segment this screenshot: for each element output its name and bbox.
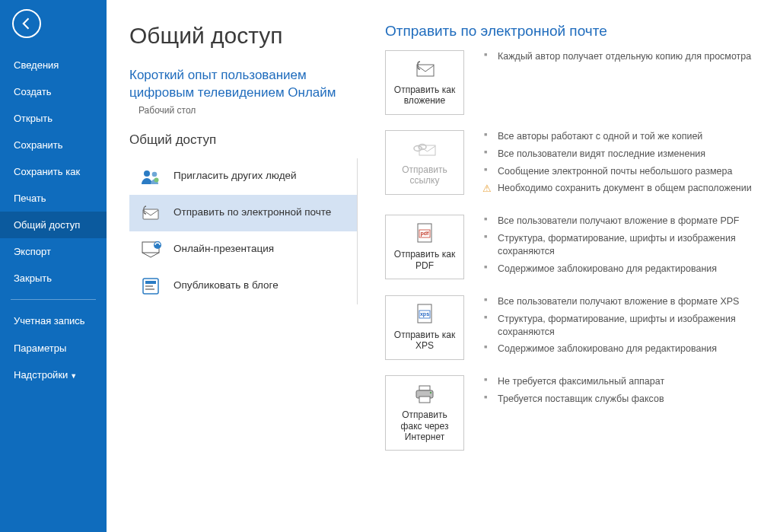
- send-xps-bullets: Все пользователи получают вложение в фор…: [484, 295, 772, 361]
- arrow-left-icon: [19, 16, 34, 31]
- xps-icon: xps: [414, 304, 435, 325]
- share-blog-label: Опубликовать в блоге: [174, 279, 279, 292]
- share-options-list: Пригласить других людей Отправить по эле…: [129, 158, 358, 304]
- pdf-icon: pdf: [414, 223, 435, 244]
- email-options-column: Отправить по электронной почте Отправить…: [358, 23, 780, 532]
- option-send-pdf-row: pdf Отправить как PDF Все пользователи п…: [385, 215, 772, 280]
- svg-point-2: [154, 177, 159, 182]
- presentation-icon: [140, 239, 161, 260]
- link-icon: [412, 139, 438, 160]
- bullet: Содержимое заблокировано для редактирова…: [484, 263, 772, 276]
- share-email-label: Отправить по электронной почте: [174, 206, 331, 219]
- bullet: Все авторы работают с одной и той же коп…: [484, 130, 752, 143]
- share-present-label: Онлайн-презентация: [174, 243, 274, 256]
- email-attachment-icon: [140, 202, 161, 224]
- main-content: Общий доступ Короткий опыт пользованием …: [107, 0, 780, 532]
- bullet: Все пользователи получают вложение в фор…: [484, 295, 772, 308]
- svg-rect-10: [417, 65, 434, 76]
- nav-print[interactable]: Печать: [0, 185, 107, 212]
- send-pdf-label: Отправить как PDF: [390, 249, 459, 271]
- nav-new[interactable]: Создать: [0, 78, 107, 105]
- bullet: Сообщение электронной почты небольшого р…: [484, 165, 752, 178]
- back-button[interactable]: [12, 9, 41, 38]
- svg-rect-11: [419, 145, 435, 155]
- document-title: Короткий опыт пользованием цифровым теле…: [129, 67, 358, 102]
- send-attachment-label: Отправить как вложение: [390, 84, 459, 107]
- share-left-column: Общий доступ Короткий опыт пользованием …: [129, 23, 358, 532]
- warning-text: Необходимо сохранить документ в общем ра…: [498, 183, 752, 193]
- document-path: Рабочий стол: [138, 105, 358, 116]
- option-send-link-row: Отправить ссылку Все авторы работают с о…: [385, 130, 772, 200]
- bullet: Требуется поставщик службы факсов: [484, 393, 664, 406]
- nav-share[interactable]: Общий доступ: [0, 212, 107, 238]
- bullet-warning: ⚠Необходимо сохранить документ в общем р…: [484, 182, 752, 195]
- svg-point-0: [144, 170, 150, 177]
- svg-rect-22: [419, 397, 430, 403]
- send-fax-label: Отправить факс через Интернет: [390, 409, 459, 442]
- people-icon: [140, 166, 161, 187]
- nav-account[interactable]: Учетная запись: [0, 307, 107, 335]
- svg-text:xps: xps: [420, 311, 429, 317]
- nav-separator: [11, 299, 96, 300]
- svg-text:pdf: pdf: [421, 231, 430, 237]
- option-send-xps-row: xps Отправить как XPS Все пользователи п…: [385, 295, 772, 361]
- nav-close[interactable]: Закрыть: [0, 265, 107, 291]
- svg-point-1: [152, 172, 158, 177]
- send-attachment-bullets: Каждый автор получает отдельную копию дл…: [484, 50, 751, 68]
- nav-options[interactable]: Параметры: [0, 335, 107, 362]
- send-fax-button[interactable]: Отправить факс через Интернет: [385, 375, 464, 451]
- share-send-email[interactable]: Отправить по электронной почте: [129, 195, 357, 231]
- chevron-down-icon: ▼: [70, 372, 77, 380]
- nav-info[interactable]: Сведения: [0, 52, 107, 78]
- email-section-title: Отправить по электронной почте: [385, 23, 772, 40]
- nav-open[interactable]: Открыть: [0, 105, 107, 132]
- page-title: Общий доступ: [129, 23, 358, 49]
- share-publish-blog[interactable]: Опубликовать в блоге: [129, 268, 357, 304]
- bullet: Структура, форматирование, шрифты и изоб…: [484, 313, 772, 339]
- bullet: Все пользователи видят последние изменен…: [484, 148, 752, 161]
- svg-rect-7: [145, 281, 156, 284]
- share-invite-people[interactable]: Пригласить других людей: [129, 158, 357, 195]
- blog-icon: [140, 276, 161, 297]
- bullet: Все пользователи получают вложение в фор…: [484, 215, 772, 228]
- nav-export[interactable]: Экспорт: [0, 238, 107, 265]
- send-link-label: Отправить ссылку: [390, 164, 459, 186]
- send-as-xps-button[interactable]: xps Отправить как XPS: [385, 295, 464, 360]
- share-present-online[interactable]: Онлайн-презентация: [129, 231, 357, 268]
- share-invite-label: Пригласить других людей: [174, 170, 297, 183]
- share-section-title: Общий доступ: [129, 132, 358, 148]
- bullet: Не требуется факсимильный аппарат: [484, 375, 664, 388]
- nav-saveas[interactable]: Сохранить как: [0, 158, 107, 185]
- svg-rect-9: [145, 288, 154, 290]
- send-xps-label: Отправить как XPS: [390, 330, 459, 352]
- fax-icon: [413, 384, 436, 405]
- option-send-attachment-row: Отправить как вложение Каждый автор полу…: [385, 50, 772, 115]
- send-link-button: Отправить ссылку: [385, 130, 464, 195]
- nav-save[interactable]: Сохранить: [0, 132, 107, 158]
- nav-addins[interactable]: Надстройки▼: [0, 362, 107, 388]
- svg-rect-8: [145, 285, 153, 287]
- svg-point-23: [430, 392, 431, 393]
- bullet: Каждый автор получает отдельную копию дл…: [484, 50, 751, 63]
- send-as-pdf-button[interactable]: pdf Отправить как PDF: [385, 215, 464, 279]
- send-as-attachment-button[interactable]: Отправить как вложение: [385, 50, 464, 115]
- nav-addins-label: Надстройки: [14, 369, 68, 381]
- attachment-icon: [412, 59, 437, 80]
- svg-rect-20: [419, 386, 430, 390]
- backstage-sidebar: Сведения Создать Открыть Сохранить Сохра…: [0, 0, 107, 532]
- send-fax-bullets: Не требуется факсимильный аппарат Требуе…: [484, 375, 664, 410]
- warning-icon: ⚠: [482, 182, 492, 196]
- bullet: Структура, форматирование, шрифты и изоб…: [484, 232, 772, 258]
- send-link-bullets: Все авторы работают с одной и той же коп…: [484, 130, 752, 200]
- option-send-fax-row: Отправить факс через Интернет Не требует…: [385, 375, 772, 451]
- send-pdf-bullets: Все пользователи получают вложение в фор…: [484, 215, 772, 280]
- bullet: Содержимое заблокировано для редактирова…: [484, 342, 772, 355]
